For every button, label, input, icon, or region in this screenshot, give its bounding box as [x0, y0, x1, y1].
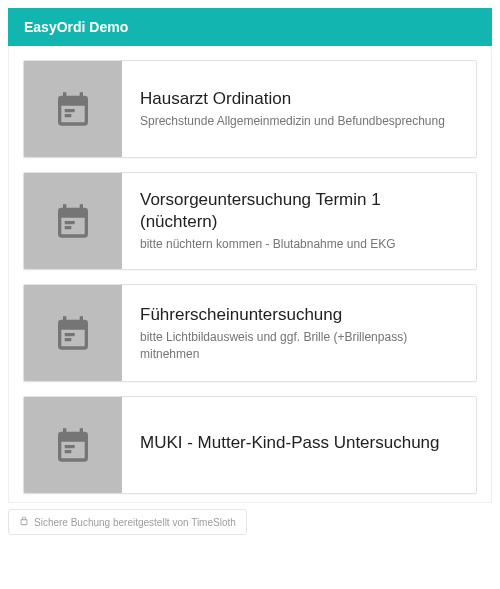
service-text: Vorsorgeuntersuchung Termin 1 (nüchtern)… — [122, 173, 476, 269]
footer-badge[interactable]: Sichere Buchung bereitgestellt von TimeS… — [8, 509, 247, 535]
footer-text: Sichere Buchung bereitgestellt von TimeS… — [34, 517, 236, 528]
service-card[interactable]: Vorsorgeuntersuchung Termin 1 (nüchtern)… — [23, 172, 477, 270]
service-desc: bitte Lichtbildausweis und ggf. Brille (… — [140, 329, 460, 363]
calendar-icon — [24, 397, 122, 493]
service-desc: bitte nüchtern kommen - Blutabnahme und … — [140, 236, 460, 253]
service-title: Führerscheinuntersuchung — [140, 304, 460, 325]
service-list: Hausarzt Ordination Sprechstunde Allgeme… — [23, 60, 477, 494]
service-text: MUKI - Mutter-Kind-Pass Untersu­chung — [122, 397, 476, 493]
service-title: Vorsorgeuntersuchung Termin 1 (nüchtern) — [140, 189, 460, 232]
service-card[interactable]: MUKI - Mutter-Kind-Pass Untersu­chung — [23, 396, 477, 494]
service-title: Hausarzt Ordination — [140, 88, 460, 109]
lock-icon — [19, 516, 29, 528]
calendar-icon — [24, 285, 122, 381]
service-card[interactable]: Hausarzt Ordination Sprechstunde Allgeme… — [23, 60, 477, 158]
service-text: Führerscheinuntersuchung bitte Lichtbild… — [122, 285, 476, 381]
calendar-icon — [24, 173, 122, 269]
booking-widget: EasyOrdi Demo Hausarzt Ordination Sprech… — [0, 8, 500, 535]
service-title: MUKI - Mutter-Kind-Pass Untersu­chung — [140, 432, 460, 453]
header-title: EasyOrdi Demo — [24, 19, 128, 35]
widget-header: EasyOrdi Demo — [8, 8, 492, 46]
content-area: Hausarzt Ordination Sprechstunde Allgeme… — [8, 46, 492, 503]
service-card[interactable]: Führerscheinuntersuchung bitte Lichtbild… — [23, 284, 477, 382]
service-text: Hausarzt Ordination Sprechstunde Allgeme… — [122, 61, 476, 157]
service-desc: Sprechstunde Allgemeinmedizin und Befund… — [140, 113, 460, 130]
calendar-icon — [24, 61, 122, 157]
